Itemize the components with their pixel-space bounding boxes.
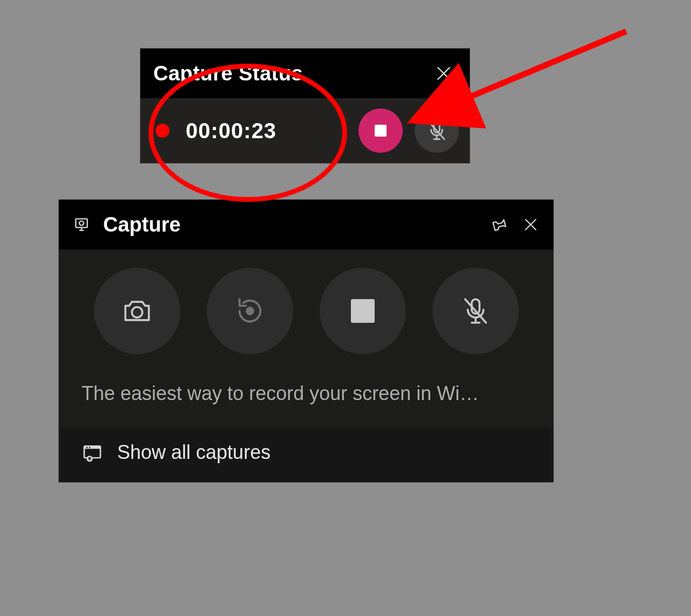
close-button[interactable] (521, 215, 540, 234)
current-app-caption: The easiest way to record your screen in… (59, 354, 553, 427)
mic-toggle-button[interactable] (432, 268, 519, 354)
svg-point-24 (90, 458, 91, 459)
stop-recording-button[interactable] (320, 268, 406, 354)
stop-recording-button[interactable] (358, 109, 403, 153)
capture-widget-icon (72, 215, 91, 234)
record-last-button[interactable] (207, 268, 293, 354)
capture-status-panel: Capture Status 00:00:23 (140, 49, 470, 163)
recording-elapsed-time: 00:00:23 (186, 119, 276, 143)
svg-point-23 (88, 458, 89, 459)
mic-muted-icon (425, 119, 448, 142)
svg-point-7 (79, 221, 84, 225)
capture-header: Capture (59, 200, 553, 249)
stop-icon (375, 125, 387, 137)
show-all-captures-label: Show all captures (117, 441, 270, 464)
svg-line-25 (456, 31, 626, 103)
record-last-icon (234, 295, 266, 327)
capture-button-row (59, 268, 553, 354)
close-button[interactable] (431, 60, 457, 86)
svg-point-13 (246, 307, 254, 315)
screenshot-button[interactable] (94, 268, 180, 354)
mic-muted-icon (460, 295, 491, 327)
close-icon (435, 64, 453, 83)
gallery-icon (82, 442, 103, 463)
svg-point-21 (89, 447, 91, 449)
svg-point-20 (86, 447, 88, 449)
show-all-captures-button[interactable]: Show all captures (59, 427, 553, 482)
capture-status-title: Capture Status (153, 62, 303, 85)
recording-indicator-icon (155, 124, 170, 138)
capture-status-body: 00:00:23 (140, 98, 470, 163)
svg-rect-6 (76, 219, 87, 227)
close-icon (523, 216, 539, 233)
svg-point-12 (132, 307, 142, 317)
capture-status-header: Capture Status (140, 49, 470, 98)
mic-toggle-button[interactable] (415, 109, 459, 153)
camera-icon (121, 295, 153, 327)
pin-icon (491, 216, 508, 233)
pin-button[interactable] (490, 215, 509, 234)
capture-title: Capture (103, 213, 181, 236)
stop-icon (351, 299, 375, 323)
capture-body: The easiest way to record your screen in… (59, 249, 553, 482)
capture-panel: Capture (59, 200, 553, 482)
